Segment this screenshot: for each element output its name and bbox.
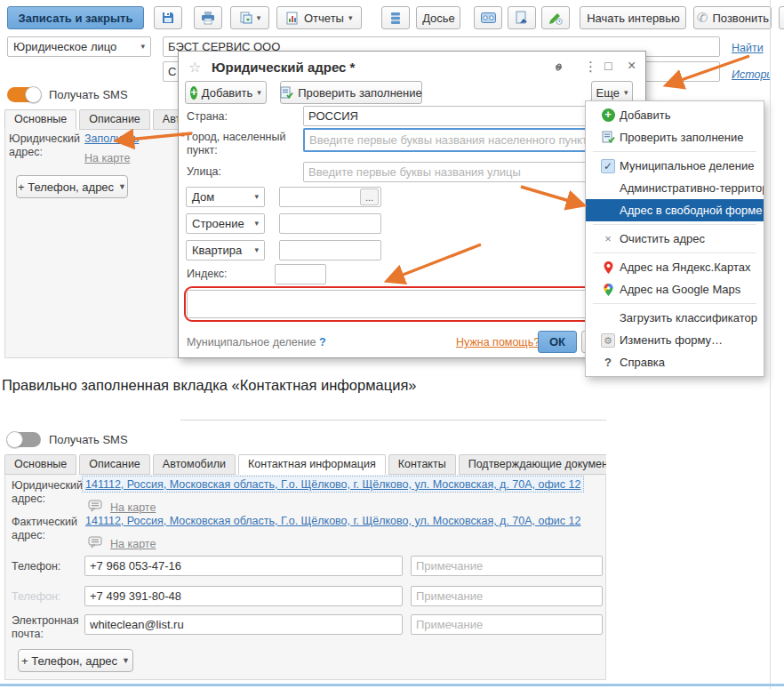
apartment-type-value: Квартира xyxy=(192,244,242,257)
menu-item-add[interactable]: + Добавить xyxy=(586,104,764,126)
email-input[interactable] xyxy=(84,614,403,635)
menu-item-label: Адрес в свободной форме xyxy=(620,204,762,217)
menu-item-load-classifier[interactable]: Загрузить классификатор xyxy=(586,307,764,329)
legal-address-label: Юридический адрес: xyxy=(12,479,81,506)
tab-podtverzhdayushchie-dokumenty[interactable]: Подтверждающие документы xyxy=(459,454,606,475)
sms-toggle-on[interactable] xyxy=(7,87,41,102)
report-chart-icon xyxy=(286,12,300,25)
recorder-button[interactable] xyxy=(474,6,502,29)
question-icon: ? xyxy=(596,356,620,369)
checkbox-checked-icon: ✓ xyxy=(601,159,615,173)
database-icon xyxy=(389,12,402,25)
phone1-note-input[interactable] xyxy=(411,556,603,576)
call-label: Позвонить xyxy=(712,12,769,25)
start-interview-button[interactable]: Начать интервью xyxy=(580,6,686,29)
call-button[interactable]: ✆ Позвонить xyxy=(693,6,772,29)
comment-icon[interactable] xyxy=(88,500,102,512)
menu-item-freeform-address[interactable]: Адрес в свободной форме xyxy=(586,199,764,221)
history-link[interactable]: История xyxy=(732,68,770,81)
reports-label: Отчеты xyxy=(304,12,344,25)
legal-address-link[interactable]: 141112, Россия, Московская область, Г.о.… xyxy=(85,478,580,491)
add-phone-label: + Телефон, адрес xyxy=(18,180,114,194)
house-type-select[interactable]: Дом ▾ xyxy=(186,187,265,207)
comment-icon[interactable] xyxy=(88,536,102,549)
separator-line xyxy=(180,420,606,421)
save-button[interactable] xyxy=(154,6,182,29)
dialog-check-button[interactable]: Проверить заполнение xyxy=(280,81,422,104)
maximize-icon[interactable]: □ xyxy=(604,60,612,72)
tab-osnovnye[interactable]: Основные xyxy=(4,454,76,475)
tab-osnovnye[interactable]: Основные xyxy=(4,109,76,130)
print-button[interactable] xyxy=(194,6,222,29)
gear-icon: ⚙ xyxy=(601,333,615,348)
top-add-phone-button[interactable]: + Телефон, адрес ▼ xyxy=(16,175,128,198)
apartment-input[interactable] xyxy=(279,240,381,260)
phone-label-faded: Телефон: xyxy=(12,590,60,604)
help-question-icon[interactable]: ? xyxy=(319,336,326,349)
actual-address-label: Фактический адрес: xyxy=(12,516,81,542)
yandex-pin-icon xyxy=(596,260,620,275)
close-icon[interactable]: × xyxy=(628,59,636,73)
tab-avtomobili[interactable]: Автомобили xyxy=(153,454,236,475)
copy-create-button[interactable]: ▾ xyxy=(230,6,269,29)
menu-item-administrative[interactable]: Административно-территориальное xyxy=(586,177,764,199)
legal-on-map-link[interactable]: На карте xyxy=(110,501,156,514)
house-type-value: Дом xyxy=(192,190,214,204)
chevron-down-icon: ▾ xyxy=(257,89,261,97)
phone2-input[interactable] xyxy=(84,586,403,606)
dossier-button[interactable]: Досье xyxy=(416,6,460,29)
phone1-input[interactable] xyxy=(84,556,403,576)
entity-type-value: Юридическое лицо xyxy=(13,40,116,53)
page-edge-line xyxy=(770,0,771,689)
phone2-note-input[interactable] xyxy=(411,586,603,606)
menu-item-change-form[interactable]: ⚙ Изменить форму… xyxy=(586,329,764,351)
top-on-map-link[interactable]: На карте xyxy=(84,152,130,164)
menu-item-label: Загрузить классификатор xyxy=(620,311,757,324)
tab-kontakty[interactable]: Контакты xyxy=(388,454,456,475)
building-type-select[interactable]: Строение ▾ xyxy=(186,213,265,234)
list-button[interactable] xyxy=(381,6,410,29)
transliterate-button[interactable]: Aq xyxy=(779,6,784,29)
legal-address-value-box[interactable]: 141112, Россия, Московская область, Г.о.… xyxy=(83,477,583,492)
menu-item-google-maps[interactable]: Адрес на Google Maps xyxy=(586,278,764,300)
actual-on-map-link[interactable]: На карте xyxy=(110,538,156,550)
email-note-input[interactable] xyxy=(411,614,603,635)
menu-item-check[interactable]: Проверить заполнение xyxy=(586,126,764,148)
menu-separator xyxy=(593,151,756,152)
legal-address-label: Юридический адрес: xyxy=(9,132,82,159)
screenshot-root: Записать и закрыть ▾ Отчеты ▾ xyxy=(0,0,784,689)
entity-type-select[interactable]: Юридическое лицо ▾ xyxy=(7,36,151,57)
dialog-add-button[interactable]: + Добавить ▾ xyxy=(185,81,267,104)
link-icon[interactable] xyxy=(552,60,565,74)
export-doc-button[interactable] xyxy=(508,6,536,29)
menu-item-label: Добавить xyxy=(620,108,670,122)
fill-address-link[interactable]: Заполнить xyxy=(84,132,139,145)
tab-kontaktnaya-informatsiya[interactable]: Контактная информация xyxy=(238,454,386,475)
bottom-add-phone-button[interactable]: + Телефон, адрес ▼ xyxy=(18,649,133,672)
tab-opisanie[interactable]: Описание xyxy=(79,454,150,475)
apartment-type-select[interactable]: Квартира ▾ xyxy=(186,240,265,260)
need-help-link[interactable]: Нужна помощь? xyxy=(456,336,540,349)
zip-input[interactable] xyxy=(275,264,326,284)
sms-toggle-off[interactable] xyxy=(7,432,41,447)
kebab-menu-icon[interactable]: ⋮ xyxy=(584,60,597,73)
reports-button[interactable]: Отчеты ▾ xyxy=(276,6,362,29)
ok-button[interactable]: ОК xyxy=(538,331,577,353)
favorite-star-icon[interactable]: ☆ xyxy=(188,59,201,76)
save-close-button[interactable]: Записать и закрыть xyxy=(7,6,144,29)
house-picker-button[interactable]: ... xyxy=(360,188,379,205)
find-link[interactable]: Найти xyxy=(732,42,764,54)
menu-separator xyxy=(593,303,756,304)
edit-schedule-button[interactable] xyxy=(541,6,570,29)
menu-item-label: Проверить заполнение xyxy=(620,131,743,144)
menu-item-label: Муниципальное деление xyxy=(620,159,754,172)
bottom-blue-line xyxy=(0,684,784,686)
freeform-address-input[interactable] xyxy=(187,290,636,318)
actual-address-link[interactable]: 141112, Россия, Московская область, Г.о.… xyxy=(85,515,580,527)
building-input[interactable] xyxy=(279,213,381,234)
tab-opisanie[interactable]: Описание xyxy=(79,109,150,130)
menu-item-municipal[interactable]: ✓ Муниципальное деление xyxy=(586,155,764,177)
menu-item-help[interactable]: ? Справка xyxy=(586,351,764,373)
menu-item-yandex-maps[interactable]: Адрес на Яндекс.Картах xyxy=(586,256,764,278)
menu-item-clear-address[interactable]: × Очистить адрес xyxy=(586,228,764,250)
